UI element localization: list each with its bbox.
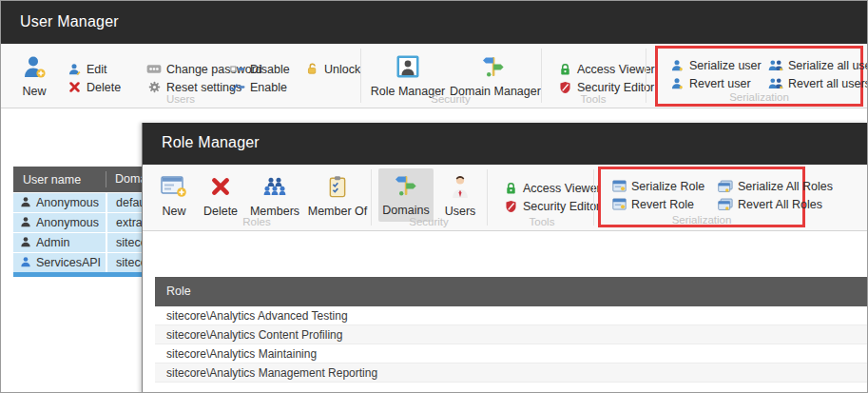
user-icon xyxy=(20,196,31,210)
unlock-user-button[interactable]: Unlock xyxy=(303,61,360,77)
member-of-button[interactable]: Member Of xyxy=(306,171,369,218)
revert-all-users-button[interactable]: Revert all users xyxy=(767,75,868,91)
user-manager-titlebar: User Manager xyxy=(1,1,867,44)
user-manager-title: User Manager xyxy=(20,13,119,30)
user-icon xyxy=(20,216,31,230)
members-icon xyxy=(247,171,302,202)
green-lock-icon xyxy=(502,182,519,195)
ribbon-divider xyxy=(593,169,594,226)
edit-user-icon xyxy=(66,63,83,75)
tools-group-label: Tools xyxy=(487,216,597,227)
role-manager-window: Role Manager New Delete Members xyxy=(142,123,868,393)
role-row[interactable]: sitecore\Analytics Content Profiling xyxy=(155,325,868,344)
serialize-user-icon xyxy=(668,59,685,71)
revert-all-users-icon xyxy=(767,77,784,89)
role-column-header: Role xyxy=(155,277,868,306)
role-table: Role sitecore\Analytics Advanced Testing… xyxy=(155,277,868,383)
new-user-icon xyxy=(12,51,56,82)
serialization-group-label: Serialization xyxy=(655,91,863,103)
user-icon xyxy=(20,236,31,250)
disable-icon xyxy=(229,64,246,74)
revert-user-icon xyxy=(668,77,685,89)
gear-icon xyxy=(145,81,163,93)
serialize-role-button[interactable]: Serialize Role xyxy=(610,178,704,194)
serialize-all-users-button[interactable]: Serialize all users xyxy=(767,57,868,73)
role-manager-titlebar: Role Manager xyxy=(143,123,868,165)
role-manager-icon xyxy=(370,51,446,82)
unlock-icon xyxy=(303,63,320,75)
serialize-all-users-icon xyxy=(767,59,784,71)
role-row[interactable]: sitecore\Analytics Management Reporting xyxy=(155,364,868,383)
red-shield-icon xyxy=(556,81,573,94)
delete-icon xyxy=(66,81,83,93)
role-row[interactable]: sitecore\Analytics Advanced Testing xyxy=(155,306,868,325)
role-manager-ribbon: New Delete Members Member Of Roles xyxy=(143,165,868,231)
domains-button[interactable]: Domains xyxy=(378,168,434,222)
tools-group-label: Tools xyxy=(541,93,646,105)
screenshot-root: User Manager New Edit Delete xyxy=(0,0,868,393)
red-shield-icon xyxy=(502,200,519,213)
members-button[interactable]: Members xyxy=(247,171,302,218)
domain-manager-button[interactable]: Domain Manager xyxy=(450,51,537,98)
revert-role-icon xyxy=(610,198,627,210)
green-lock-icon xyxy=(556,63,573,76)
role-row[interactable]: sitecore\Analytics Maintaining xyxy=(155,344,868,364)
serialize-all-roles-icon xyxy=(717,180,734,193)
new-role-icon xyxy=(154,171,194,202)
person-tie-icon xyxy=(439,171,481,202)
revert-user-button[interactable]: Revert user xyxy=(668,75,751,91)
disable-user-button[interactable]: Disable xyxy=(229,61,290,77)
revert-all-roles-button[interactable]: Revert All Roles xyxy=(717,196,822,212)
security-group-label: Security xyxy=(360,93,541,105)
users-group-label: Users xyxy=(1,93,360,105)
serialize-all-roles-button[interactable]: Serialize All Roles xyxy=(717,178,833,194)
password-field-icon xyxy=(145,64,163,74)
domain-manager-icon xyxy=(450,51,537,82)
serialize-role-icon xyxy=(610,180,627,192)
enable-icon xyxy=(229,82,246,92)
role-manager-button[interactable]: Role Manager xyxy=(370,51,446,98)
access-viewer-button[interactable]: Access Viewer xyxy=(502,180,601,196)
user-name-column-header: User name xyxy=(13,173,106,187)
delete-icon xyxy=(198,171,243,202)
security-editor-button[interactable]: Security Editor xyxy=(502,198,600,214)
edit-user-button[interactable]: Edit xyxy=(66,61,107,77)
ribbon-divider xyxy=(646,49,646,103)
new-user-button[interactable]: New xyxy=(12,51,56,98)
security-group-label: Security xyxy=(371,216,487,227)
role-manager-title: Role Manager xyxy=(162,134,260,151)
user-manager-ribbon: New Edit Delete Change password xyxy=(1,44,867,108)
service-user-icon xyxy=(20,256,31,270)
delete-role-button[interactable]: Delete xyxy=(198,171,243,218)
new-role-button[interactable]: New xyxy=(154,171,194,218)
users-button[interactable]: Users xyxy=(439,171,481,218)
clipboard-checklist-icon xyxy=(306,171,369,202)
revert-all-roles-icon xyxy=(717,198,734,211)
revert-role-button[interactable]: Revert Role xyxy=(610,196,694,212)
serialize-user-button[interactable]: Serialize user xyxy=(668,57,762,73)
access-viewer-button[interactable]: Access Viewer xyxy=(556,61,655,77)
roles-group-label: Roles xyxy=(143,216,371,227)
domains-icon xyxy=(378,170,434,201)
serialization-group-label: Serialization xyxy=(598,214,805,226)
